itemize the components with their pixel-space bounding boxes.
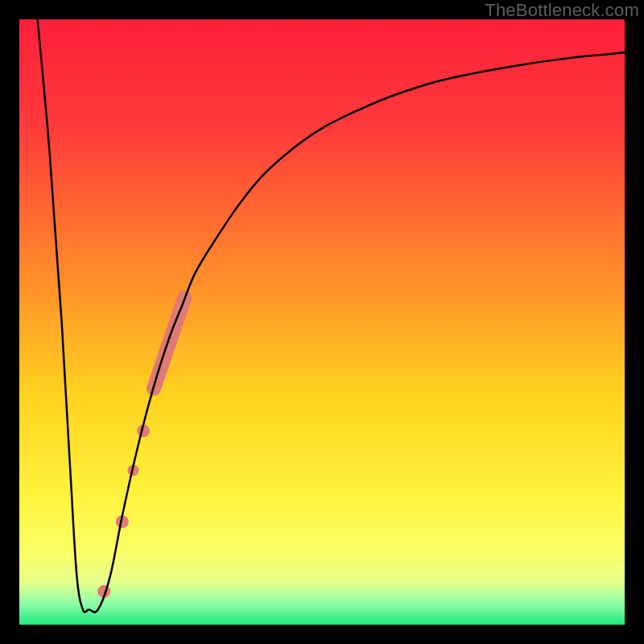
marker-group-under <box>97 298 184 598</box>
curve-layer <box>19 19 625 625</box>
watermark-text: TheBottleneck.com <box>485 0 639 21</box>
plot-area <box>19 19 625 625</box>
chart-frame: TheBottleneck.com <box>0 0 644 644</box>
